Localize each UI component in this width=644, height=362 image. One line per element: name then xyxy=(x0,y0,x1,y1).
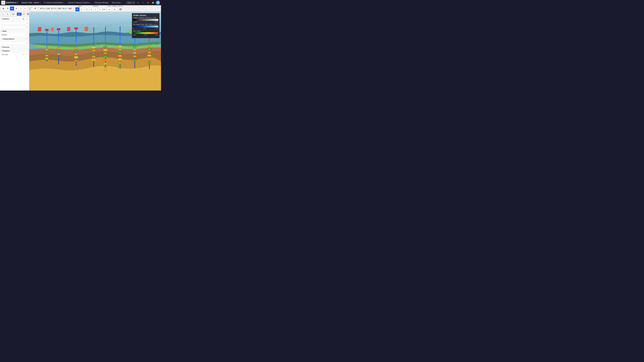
polygons-header[interactable]: ▸ Polygons xyxy=(0,49,29,52)
toolbar-layout-buttons: ▣ ⊞ ⊟ ⊞ ℹ ✏ AUTORES. 📌 xyxy=(1,6,37,10)
volume-input-1[interactable] xyxy=(1,21,26,25)
helpers-grid-button[interactable]: ⊞ xyxy=(113,7,117,11)
nav-pretrained-models[interactable]: Pretrained Models xyxy=(93,1,110,4)
ilines-coord: ilines 1146 xyxy=(40,7,50,10)
interpretations-header[interactable]: ▾ Interpretations + xyxy=(0,37,29,41)
interpretations-add-icon[interactable]: + xyxy=(25,37,28,40)
legend-gradient-1 xyxy=(133,19,158,21)
nav-seismic-property[interactable]: Seismic Property Prediction ▾ xyxy=(66,1,92,4)
probe-button[interactable]: ◎ xyxy=(107,7,112,11)
layout-3d-button[interactable]: ⊟ xyxy=(10,6,14,10)
interpretation-input-row: ✕ xyxy=(0,41,29,45)
svg-point-14 xyxy=(74,47,78,49)
notification-button[interactable]: 🔔 xyxy=(151,1,155,4)
volume-clear-1[interactable]: ✕ xyxy=(26,22,28,24)
svg-point-28 xyxy=(104,52,107,54)
volume-input-row-2: ✕ xyxy=(0,25,29,29)
svg-point-24 xyxy=(92,59,96,61)
polygons-chevron: ▸ xyxy=(1,50,2,51)
avatar[interactable]: TC xyxy=(156,1,160,4)
models-add-icon[interactable]: + xyxy=(25,33,27,36)
tab-map[interactable]: MAP xyxy=(10,12,16,16)
legend-overlay: ST0804_fullstack PORCH_ED2ML2_RFR_I8_2_K… xyxy=(132,13,160,38)
volumes-header[interactable]: ▾ Volumes ⊞ + xyxy=(0,17,29,21)
probe-section: Probe ◎ xyxy=(107,5,112,11)
svg-point-50 xyxy=(147,48,152,50)
svg-point-49 xyxy=(148,45,151,47)
volume-clear-2[interactable]: ✕ xyxy=(26,26,28,28)
tab-il[interactable]: IL xyxy=(1,12,5,16)
bookmark-button[interactable]: 🔖 xyxy=(146,1,150,4)
camera-xl-button[interactable]: XL xyxy=(98,7,102,11)
actions-save-button[interactable]: 💾 xyxy=(118,7,123,11)
svg-point-46 xyxy=(132,55,137,57)
layout-grid-button[interactable]: ⊞ xyxy=(14,6,18,10)
interpretation-clear[interactable]: ✕ xyxy=(26,42,28,44)
tab-pin[interactable]: 📌 xyxy=(22,12,26,16)
svg-point-9 xyxy=(57,47,60,49)
legend-item-2: 3D_Faults_3166_3167_3192_il_xl_a... 0 0.… xyxy=(133,24,158,29)
tab-xl[interactable]: XL xyxy=(6,12,10,16)
layout-split-button[interactable]: ⊞ xyxy=(6,6,10,10)
separator-2 xyxy=(74,7,74,10)
nav-resources[interactable]: Resources ▾ xyxy=(110,1,123,4)
volume-input-row-1: ✕ xyxy=(0,21,29,25)
models-item[interactable]: Models + xyxy=(0,33,29,37)
helpers-label: Helpers xyxy=(112,5,117,7)
help-button[interactable]: ? xyxy=(141,1,145,4)
2d-lines-add-icon[interactable]: + xyxy=(25,53,27,56)
save-view-button[interactable]: 💾 xyxy=(26,12,29,16)
hamburger-button[interactable]: ☰ xyxy=(1,0,5,5)
layout-single-button[interactable]: ▣ xyxy=(1,6,5,10)
svg-rect-8 xyxy=(57,28,60,30)
tab-3d[interactable]: 3D xyxy=(17,12,22,16)
2d-lines-external-icon[interactable]: ↗ xyxy=(22,53,24,56)
volumes-section: ▾ Volumes ⊞ + ✕ ✕ xyxy=(0,17,29,29)
hamburger-icon: ☰ xyxy=(2,1,4,4)
volumes-add-icon[interactable]: + xyxy=(25,17,28,20)
polygons-title: Polygons xyxy=(2,50,10,52)
svg-rect-58 xyxy=(84,27,88,31)
topnav: ☰ EARTHNET Seismic Tools - Viewer ▾ AI S… xyxy=(0,0,161,5)
horizons-section: ▸ Horizons xyxy=(0,45,29,49)
color-bright-button[interactable]: ☀ xyxy=(80,7,84,11)
svg-point-33 xyxy=(104,69,107,71)
ilines-value: 1146 xyxy=(46,7,50,10)
info-button[interactable]: ℹ xyxy=(19,6,23,10)
volumes-grid-icon[interactable]: ⊞ xyxy=(22,17,25,20)
color-solid-button[interactable]: ☀ xyxy=(76,7,80,11)
camera-map-button[interactable]: MAP xyxy=(102,7,106,11)
2d-lines-item[interactable]: 2D Lines ↗ + xyxy=(0,53,29,56)
horizons-title: Horizons xyxy=(2,46,9,48)
svg-point-21 xyxy=(92,49,96,52)
camera-reset-button[interactable]: ↺ xyxy=(89,7,93,11)
auto-res-button[interactable]: AUTORES. xyxy=(28,6,33,10)
svg-point-38 xyxy=(118,54,122,57)
toolbar: ▣ ⊞ ⊟ ⊞ ℹ ✏ AUTORES. 📌 ilines 1146 xline… xyxy=(0,5,161,12)
volumes-chevron: ▾ xyxy=(1,18,2,19)
svg-point-32 xyxy=(104,66,107,68)
camera-il-button[interactable]: IL xyxy=(94,7,98,11)
interpretation-input[interactable] xyxy=(1,41,26,45)
svg-point-26 xyxy=(104,46,107,48)
svg-point-51 xyxy=(147,51,151,53)
interpretations-title: Interpretations xyxy=(3,38,14,40)
actions-label: Actions xyxy=(118,5,123,7)
nav-ai-seismic[interactable]: AI Seismic Interpretation ▾ xyxy=(42,1,66,4)
settings-button[interactable]: ⚙ xyxy=(136,1,140,4)
2d-lines-label: 2D Lines xyxy=(2,54,8,55)
svg-point-44 xyxy=(133,48,136,51)
wells-header[interactable]: ▾ Wells xyxy=(0,29,29,33)
nav-seismic-tools[interactable]: Seismic Tools - Viewer ▾ xyxy=(20,1,42,4)
main-layout: IL XL MAP 3D 📌 💾 ▾ Volumes ⊞ + xyxy=(0,12,161,90)
svg-point-3 xyxy=(45,48,49,51)
user-select[interactable]: demo xyxy=(126,1,135,4)
volume-input-2[interactable] xyxy=(1,25,26,29)
horizons-header[interactable]: ▸ Horizons xyxy=(0,45,29,49)
wells-chevron: ▾ xyxy=(1,30,2,32)
3d-viewer[interactable]: ST0804_fullstack PORCH_ED2ML2_RFR_I8_2_K… xyxy=(29,12,161,90)
pin-button[interactable]: 📌 xyxy=(33,6,37,10)
camera-frame-button[interactable]: ⬜ xyxy=(85,7,89,11)
svg-point-5 xyxy=(45,54,49,57)
brush-button[interactable]: ✏ xyxy=(23,6,27,10)
